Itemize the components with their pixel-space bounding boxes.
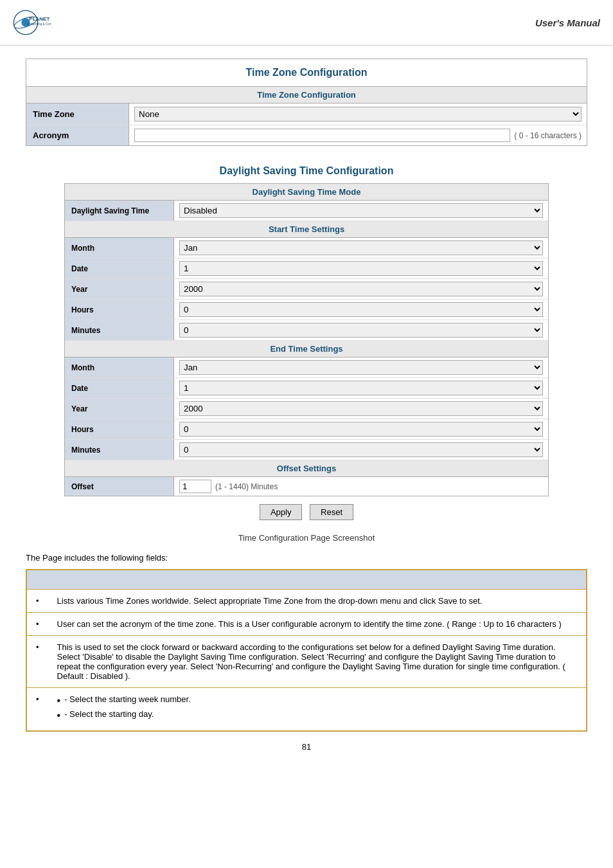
fields-row-3: • • - Select the starting week number. •… (26, 687, 587, 731)
page-number: 81 (26, 732, 587, 762)
end-date-label: Date (65, 378, 174, 398)
acronym-input[interactable] (134, 129, 510, 142)
start-date-select[interactable]: 1 (179, 261, 543, 276)
end-minutes-row: Minutes 0 (65, 440, 548, 460)
end-hours-select[interactable]: 0 (179, 422, 543, 437)
end-year-select[interactable]: 2000 (179, 401, 543, 416)
offset-hint: (1 - 1440) Minutes (215, 482, 278, 491)
end-year-label: Year (65, 399, 174, 419)
dst-mode-value: Disabled Recurring Non-Recurring (174, 201, 548, 221)
main-config-title: Time Zone Configuration (26, 59, 587, 87)
desc-0-text: Lists various Time Zones worldwide. Sele… (57, 596, 577, 606)
svg-text:PLANET: PLANET (29, 16, 49, 22)
start-year-select[interactable]: 2000 (179, 282, 543, 296)
time-zone-config-box: Time Zone Configuration Time Zone Config… (26, 59, 587, 146)
end-hours-value: 0 (174, 419, 548, 439)
timezone-select[interactable]: None (134, 107, 582, 122)
fields-table: • Lists various Time Zones worldwide. Se… (26, 569, 587, 732)
start-month-value: Jan (174, 238, 548, 258)
desc-0: Lists various Time Zones worldwide. Sele… (48, 589, 587, 612)
sub-text-0: - Select the starting week number. (64, 694, 191, 704)
start-date-value: 1 (174, 258, 548, 278)
start-month-label: Month (65, 238, 174, 258)
offset-label: Offset (65, 477, 174, 496)
screenshot-caption: Time Configuration Page Screenshot (26, 533, 587, 543)
timezone-value: None (129, 104, 587, 125)
apply-button[interactable]: Apply (260, 504, 303, 520)
start-hours-row: Hours 0 (65, 300, 548, 320)
start-minutes-select[interactable]: 0 (179, 323, 543, 338)
start-date-row: Date 1 (65, 258, 548, 279)
fields-header-bullet (26, 570, 48, 589)
dst-mode-label: Daylight Saving Time (65, 201, 174, 221)
offset-header: Offset Settings (65, 460, 548, 477)
desc-1: User can set the acronym of the time zon… (48, 612, 587, 635)
start-time-header: Start Time Settings (65, 221, 548, 238)
tz-section-header: Time Zone Configuration (26, 87, 587, 104)
end-year-row: Year 2000 (65, 399, 548, 419)
start-year-row: Year 2000 (65, 279, 548, 300)
end-month-row: Month Jan (65, 357, 548, 378)
dst-inner: Daylight Saving Time Mode Daylight Savin… (64, 183, 549, 496)
desc-3: • - Select the starting week number. • -… (48, 687, 587, 731)
start-month-select[interactable]: Jan (179, 240, 543, 255)
start-month-row: Month Jan (65, 238, 548, 258)
end-date-value: 1 (174, 378, 548, 398)
start-year-label: Year (65, 279, 174, 299)
start-hours-value: 0 (174, 300, 548, 320)
start-year-value: 2000 (174, 279, 548, 299)
tz-inner: Time Zone Configuration Time Zone None A… (26, 87, 587, 145)
bullet-1: • (26, 612, 48, 635)
start-minutes-label: Minutes (65, 320, 174, 340)
bullet-3: • (26, 687, 48, 731)
end-minutes-select[interactable]: 0 (179, 442, 543, 457)
end-month-select[interactable]: Jan (179, 360, 543, 375)
logo-area: PLANET Networking & Communication (13, 6, 51, 39)
end-month-value: Jan (174, 357, 548, 377)
desc-1-text: User can set the acronym of the time zon… (57, 619, 577, 629)
sub-dot-1: • (57, 709, 61, 721)
page-header: PLANET Networking & Communication User's… (0, 0, 613, 46)
offset-value: (1 - 1440) Minutes (174, 477, 548, 496)
tz-row-acronym: Acronym ( 0 - 16 characters ) (26, 125, 587, 145)
end-time-header: End Time Settings (65, 341, 548, 357)
end-month-label: Month (65, 357, 174, 377)
start-date-label: Date (65, 258, 174, 278)
sub-bullet-1: • - Select the starting day. (57, 709, 577, 721)
end-hours-label: Hours (65, 419, 174, 439)
fields-table-header-row (26, 570, 587, 589)
sub-dot-0: • (57, 694, 61, 707)
dst-mode-header: Daylight Saving Time Mode (65, 184, 548, 201)
start-hours-label: Hours (65, 300, 174, 320)
start-minutes-row: Minutes 0 (65, 320, 548, 341)
fields-row-0: • Lists various Time Zones worldwide. Se… (26, 589, 587, 612)
btn-row: Apply Reset (64, 496, 549, 528)
end-date-row: Date 1 (65, 378, 548, 399)
dst-container: Daylight Saving Time Configuration Dayli… (64, 159, 549, 528)
planet-logo-icon: PLANET Networking & Communication (13, 6, 51, 39)
dst-mode-row: Daylight Saving Time Disabled Recurring … (65, 201, 548, 221)
bullet-2: • (26, 635, 48, 687)
end-minutes-value: 0 (174, 440, 548, 460)
timezone-label: Time Zone (26, 104, 129, 125)
fields-row-2: • This is used to set the clock forward … (26, 635, 587, 687)
end-hours-row: Hours 0 (65, 419, 548, 440)
start-hours-select[interactable]: 0 (179, 302, 543, 317)
dst-mode-select[interactable]: Disabled Recurring Non-Recurring (179, 203, 543, 218)
fields-header-desc (48, 570, 587, 589)
fields-row-1: • User can set the acronym of the time z… (26, 612, 587, 635)
desc-2: This is used to set the clock forward or… (48, 635, 587, 687)
reset-button[interactable]: Reset (310, 504, 353, 520)
sub-bullet-0: • - Select the starting week number. (57, 694, 577, 707)
end-year-value: 2000 (174, 399, 548, 419)
end-date-select[interactable]: 1 (179, 381, 543, 395)
dst-title: Daylight Saving Time Configuration (64, 159, 549, 183)
start-minutes-value: 0 (174, 320, 548, 340)
offset-input[interactable] (179, 480, 211, 493)
tz-row-timezone: Time Zone None (26, 104, 587, 125)
svg-text:Networking & Communication: Networking & Communication (27, 23, 51, 26)
acronym-hint: ( 0 - 16 characters ) (514, 131, 582, 140)
offset-row: Offset (1 - 1440) Minutes (65, 477, 548, 496)
acronym-label: Acronym (26, 125, 129, 145)
manual-title: User's Manual (535, 17, 600, 28)
